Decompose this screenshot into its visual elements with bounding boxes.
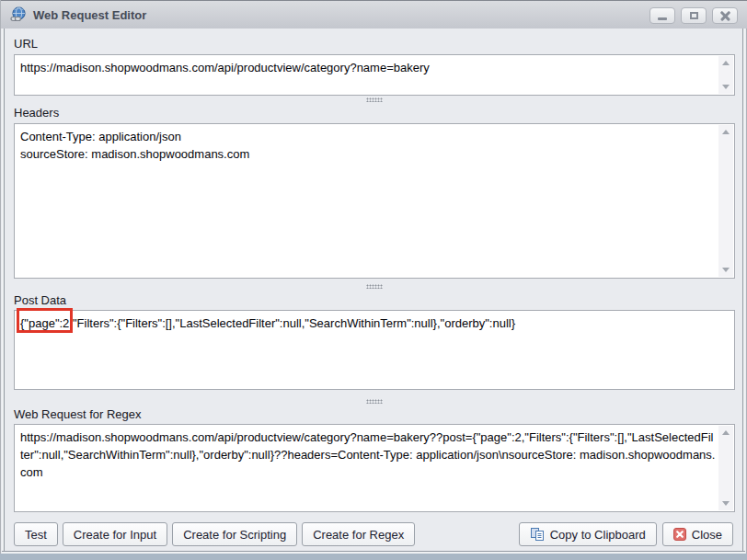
close-red-icon xyxy=(673,528,686,541)
copy-icon xyxy=(530,527,545,542)
url-label: URL xyxy=(14,37,38,51)
test-button-label: Test xyxy=(25,528,47,542)
url-value: https://madison.shopwoodmans.com/api/pro… xyxy=(15,55,718,95)
url-input[interactable]: https://madison.shopwoodmans.com/api/pro… xyxy=(14,54,735,96)
close-window-button[interactable] xyxy=(712,7,738,24)
maximize-button[interactable] xyxy=(681,7,707,24)
post-data-label: Post Data xyxy=(14,293,66,307)
post-data-input[interactable]: {"page":2,"Filters":{"Filters":[],"LastS… xyxy=(14,310,735,390)
scroll-up-icon[interactable] xyxy=(722,430,730,435)
window-frame-left xyxy=(2,29,5,551)
window-controls xyxy=(649,7,738,24)
headers-input[interactable]: Content-Type: application/json sourceSto… xyxy=(14,123,735,279)
background-strip xyxy=(0,554,747,560)
regex-value: https://madison.shopwoodmans.com/api/pro… xyxy=(15,425,718,511)
maximize-icon xyxy=(690,12,698,19)
scroll-up-icon[interactable] xyxy=(722,61,730,65)
close-button[interactable]: Close xyxy=(662,522,733,546)
create-for-scripting-label: Create for Scripting xyxy=(183,528,286,542)
post-data-resize-grip[interactable] xyxy=(366,399,383,404)
create-for-input-label: Create for Input xyxy=(74,528,156,542)
post-data-rest: "Filters":{"Filters":[],"LastSelectedFil… xyxy=(73,316,515,330)
scroll-down-icon[interactable] xyxy=(722,268,730,272)
test-button[interactable]: Test xyxy=(14,522,58,546)
copy-to-clipboard-label: Copy to Clipboard xyxy=(550,528,646,542)
regex-input[interactable]: https://madison.shopwoodmans.com/api/pro… xyxy=(14,424,735,512)
titlebar[interactable]: Web Request Editor xyxy=(1,0,747,29)
headers-label: Headers xyxy=(14,106,59,120)
create-for-regex-label: Create for Regex xyxy=(313,528,404,542)
create-for-scripting-button[interactable]: Create for Scripting xyxy=(172,522,297,546)
headers-scrollbar[interactable] xyxy=(718,125,733,277)
regex-label: Web Request for Regex xyxy=(14,407,142,421)
minimize-icon xyxy=(658,17,667,20)
headers-resize-grip[interactable] xyxy=(366,284,383,289)
close-button-label: Close xyxy=(692,528,722,542)
create-for-input-button[interactable]: Create for Input xyxy=(63,522,167,546)
regex-scrollbar[interactable] xyxy=(718,426,733,510)
headers-value: Content-Type: application/json sourceSto… xyxy=(15,124,718,278)
window-frame-right xyxy=(742,29,745,551)
window-chrome: Web Request Editor URL https://madison.s… xyxy=(0,0,747,554)
window-title: Web Request Editor xyxy=(33,8,146,22)
scroll-up-icon[interactable] xyxy=(722,130,730,134)
close-icon xyxy=(720,11,730,21)
url-resize-grip[interactable] xyxy=(366,97,383,102)
scroll-down-icon[interactable] xyxy=(722,85,730,89)
globe-link-icon xyxy=(10,6,27,23)
copy-to-clipboard-button[interactable]: Copy to Clipboard xyxy=(519,522,657,546)
post-data-highlighted: "page":2, xyxy=(24,316,73,330)
post-data-value: {"page":2,"Filters":{"Filters":[],"LastS… xyxy=(15,311,734,389)
scroll-down-icon[interactable] xyxy=(722,501,730,506)
action-buttons: Test Create for Input Create for Scripti… xyxy=(14,522,415,546)
web-request-editor-window: Web Request Editor URL https://madison.s… xyxy=(0,0,747,560)
minimize-button[interactable] xyxy=(649,7,675,24)
url-scrollbar[interactable] xyxy=(718,56,733,94)
create-for-regex-button[interactable]: Create for Regex xyxy=(302,522,415,546)
dialog-buttons: Copy to Clipboard Close xyxy=(519,522,733,546)
